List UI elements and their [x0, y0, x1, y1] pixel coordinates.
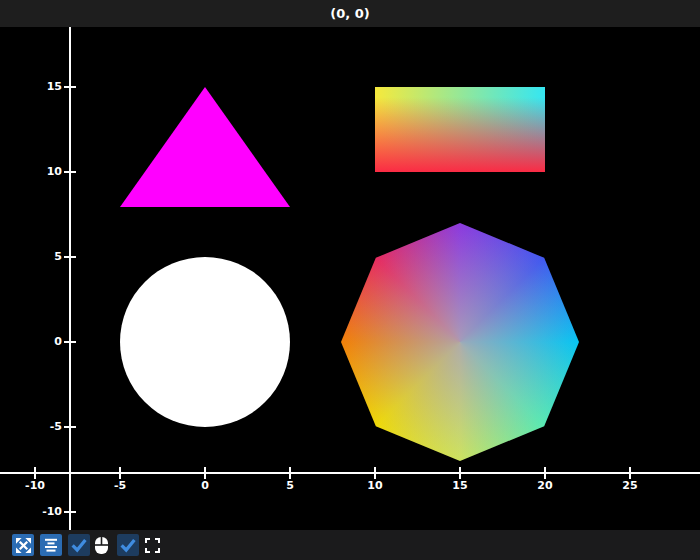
x-tick [119, 467, 121, 479]
toolbar [0, 530, 700, 560]
align-center-lines-icon [44, 538, 58, 552]
magenta-triangle-shape [120, 87, 290, 207]
x-tick [459, 467, 461, 479]
y-tick [64, 341, 76, 343]
gradient-rectangle-shape [375, 87, 545, 172]
align-center-button[interactable] [40, 534, 62, 556]
y-tick-label: 15 [22, 80, 62, 94]
y-tick-label: 0 [22, 335, 62, 349]
x-tick-label: 25 [610, 479, 650, 492]
x-tick-label: 20 [525, 479, 565, 492]
gradient-octagon-shape [341, 223, 579, 461]
checkbox-1[interactable] [68, 534, 90, 556]
y-tick-label: 5 [22, 250, 62, 264]
x-axis-line [0, 472, 700, 474]
y-tick-label: 10 [22, 165, 62, 179]
x-tick [629, 467, 631, 479]
y-axis-line [69, 27, 71, 530]
checkmark-icon [118, 535, 138, 555]
x-tick-label: 0 [185, 479, 225, 492]
x-tick-label: 5 [270, 479, 310, 492]
app-window: (0, 0) -10 -5 0 5 10 15 20 25 15 10 [0, 0, 700, 560]
expand-arrows-button[interactable] [12, 534, 34, 556]
white-circle-shape [120, 257, 290, 427]
plot-canvas[interactable]: -10 -5 0 5 10 15 20 25 15 10 5 0 -5 -10 [0, 27, 700, 530]
x-tick [289, 467, 291, 479]
x-tick [544, 467, 546, 479]
mouse-icon [94, 536, 109, 555]
mouse-coordinates-readout: (0, 0) [330, 6, 369, 21]
checkbox-2[interactable] [117, 534, 139, 556]
x-tick-label: 10 [355, 479, 395, 492]
y-tick [64, 86, 76, 88]
x-tick-label: -10 [15, 479, 55, 492]
frame-corners-icon [145, 538, 160, 553]
x-tick [374, 467, 376, 479]
x-tick [34, 467, 36, 479]
x-tick-label: 15 [440, 479, 480, 492]
y-tick [64, 511, 76, 513]
y-tick-label: -5 [22, 420, 62, 434]
checkmark-icon [69, 535, 89, 555]
y-tick [64, 171, 76, 173]
title-bar: (0, 0) [0, 0, 700, 27]
expand-arrows-icon [16, 538, 31, 553]
y-tick [64, 426, 76, 428]
y-tick-label: -10 [22, 505, 62, 519]
y-tick [64, 256, 76, 258]
x-tick [204, 467, 206, 479]
x-tick-label: -5 [100, 479, 140, 492]
